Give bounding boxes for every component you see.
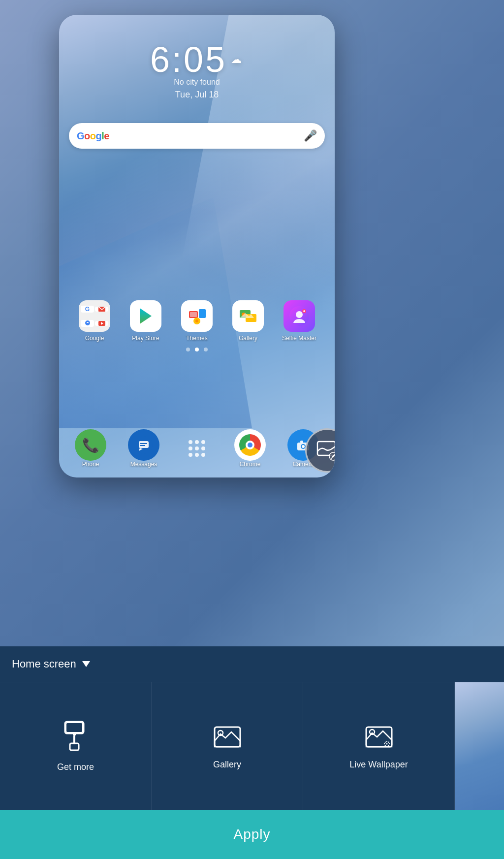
play-store-icon — [130, 300, 161, 332]
svg-line-51 — [388, 742, 389, 743]
svg-rect-10 — [199, 309, 206, 318]
phone-app-icon: 📞 — [75, 429, 106, 461]
google-search-bar[interactable]: Google 🎤 — [69, 123, 325, 149]
messages-app-icon — [128, 429, 159, 461]
live-wallpaper-option[interactable]: Live Wallpaper — [303, 682, 455, 810]
clock-area: 6:05 ☁ No city found Tue, Jul 18 — [59, 39, 335, 100]
apps-dot-2 — [195, 440, 199, 444]
themes-icon — [181, 300, 213, 332]
app-gallery[interactable]: Gallery — [226, 300, 270, 342]
svg-point-29 — [302, 445, 305, 448]
app-themes[interactable]: Themes — [175, 300, 219, 342]
dot-3 — [204, 348, 208, 351]
selfie-master-label: Selfie Master — [282, 335, 316, 342]
bottom-panel: Home screen Get more — [0, 646, 504, 859]
svg-line-50 — [388, 745, 389, 746]
chrome-app-icon — [234, 429, 266, 461]
dock-apps-drawer[interactable] — [177, 433, 217, 464]
app-google[interactable]: G Google — [72, 300, 117, 342]
svg-rect-37 — [73, 733, 76, 735]
apply-label: Apply — [233, 827, 270, 842]
themes-label: Themes — [186, 335, 207, 342]
clock-date: Tue, Jul 18 — [59, 90, 335, 100]
no-city-text: No city found — [174, 78, 220, 87]
play-store-label: Play Store — [132, 335, 159, 342]
home-screen-text: Home screen — [12, 658, 76, 670]
mini-gmail-icon — [95, 307, 108, 312]
chrome-ring — [239, 434, 261, 456]
dock-messages[interactable]: Messages — [124, 429, 163, 468]
gallery-label: Gallery — [239, 335, 257, 342]
svg-point-44 — [386, 743, 387, 745]
clock-weather: No city found — [59, 78, 335, 87]
apps-dots-grid — [187, 438, 207, 459]
svg-point-19 — [296, 311, 303, 318]
clock-time: 6:05 ☁ — [59, 39, 335, 80]
paint-roller-icon — [61, 720, 91, 754]
app-selfie-master[interactable]: Selfie Master — [277, 300, 321, 342]
apps-dot-7 — [189, 453, 192, 457]
dock-phone[interactable]: 📞 Phone — [71, 429, 110, 468]
apps-dot-9 — [201, 453, 205, 457]
google-logo: Google — [77, 130, 109, 142]
apps-dot-5 — [195, 446, 199, 450]
svg-line-52 — [385, 745, 386, 746]
weather-cloud-icon: ☁ — [231, 53, 244, 66]
svg-rect-36 — [66, 723, 83, 732]
apps-dot-4 — [189, 446, 192, 450]
home-screen-label[interactable]: Home screen — [12, 658, 90, 670]
chrome-center — [246, 441, 254, 449]
apps-dot-1 — [189, 440, 192, 444]
get-more-option[interactable]: Get more — [0, 682, 152, 810]
apply-bar[interactable]: Apply — [0, 810, 504, 859]
dock: 📞 Phone Messages — [59, 429, 335, 468]
microphone-icon[interactable]: 🎤 — [304, 129, 317, 142]
svg-marker-6 — [140, 308, 152, 324]
chrome-dock-label: Chrome — [240, 461, 261, 468]
svg-rect-22 — [139, 441, 149, 448]
svg-rect-35 — [65, 722, 84, 733]
dot-1 — [186, 348, 190, 351]
gallery-bottom-label: Gallery — [213, 760, 241, 770]
apps-dot-6 — [201, 446, 205, 450]
svg-point-12 — [195, 319, 198, 322]
dot-2-active — [195, 348, 199, 351]
mini-youtube-icon — [95, 321, 108, 326]
phone-frame: 6:05 ☁ No city found Tue, Jul 18 Google … — [59, 15, 335, 477]
live-wallpaper-icon — [364, 722, 394, 752]
app-play-store[interactable]: Play Store — [124, 300, 168, 342]
phone-dock-label: Phone — [82, 461, 99, 468]
mini-g-icon: G — [81, 306, 94, 313]
dock-chrome[interactable]: Chrome — [230, 429, 270, 468]
page-dots — [69, 348, 325, 351]
messages-dock-label: Messages — [130, 461, 158, 468]
selfie-master-icon — [284, 300, 315, 332]
wallpaper-preview-thumb[interactable] — [455, 682, 504, 810]
gallery-option[interactable]: Gallery — [152, 682, 303, 810]
live-wallpaper-label: Live Wallpaper — [349, 760, 408, 770]
google-label: Google — [85, 335, 104, 342]
apps-dot-3 — [201, 440, 205, 444]
get-more-label: Get more — [57, 762, 94, 772]
wallpaper-edit-icon — [315, 438, 335, 463]
gallery-bottom-icon — [213, 722, 242, 752]
options-panel: Get more Gallery — [0, 682, 504, 810]
apps-drawer-icon — [181, 433, 213, 464]
svg-line-49 — [385, 742, 386, 743]
svg-rect-30 — [300, 441, 303, 443]
gallery-icon — [232, 300, 264, 332]
phone-screen: 6:05 ☁ No city found Tue, Jul 18 Google … — [59, 15, 335, 477]
svg-rect-39 — [70, 743, 79, 750]
dropdown-arrow-icon — [82, 661, 90, 667]
apps-dot-8 — [195, 453, 199, 457]
app-row-1: G Google — [69, 300, 325, 342]
app-grid: G Google — [59, 300, 335, 357]
svg-rect-9 — [190, 312, 197, 317]
google-icon: G — [79, 300, 110, 332]
clock-time-text: 6:05 — [150, 39, 227, 80]
mini-maps-icon — [81, 320, 94, 327]
home-screen-bar: Home screen — [0, 646, 504, 682]
